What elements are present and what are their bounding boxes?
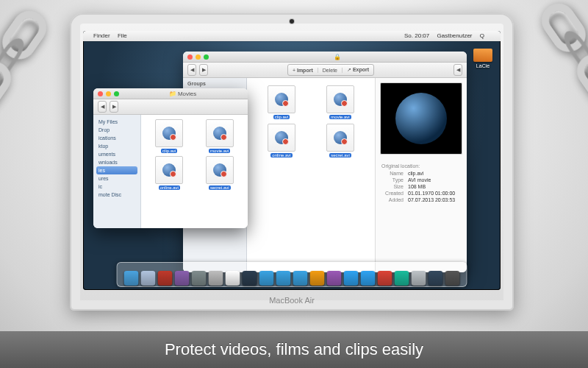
menubar-app[interactable]: Finder bbox=[93, 32, 110, 39]
desktop-drive[interactable]: LaCie bbox=[471, 49, 495, 68]
quicktime-icon bbox=[213, 127, 226, 140]
spotlight-icon[interactable]: Q bbox=[480, 32, 484, 39]
finder-titlebar[interactable]: 📁 Movies bbox=[93, 88, 248, 99]
dock-app-icon[interactable] bbox=[141, 271, 156, 286]
dock-app-icon[interactable] bbox=[293, 271, 308, 286]
drive-icon bbox=[473, 49, 492, 62]
vault-file[interactable]: movie.avi bbox=[313, 85, 368, 119]
sidebar-item[interactable]: uments bbox=[96, 150, 137, 158]
sidebar-item-movies[interactable]: ies bbox=[96, 166, 137, 174]
quicktime-icon bbox=[162, 163, 176, 177]
minimize-icon[interactable] bbox=[196, 54, 201, 60]
earth-icon bbox=[395, 93, 447, 144]
sidebar-item[interactable]: ic bbox=[96, 183, 137, 191]
finder-file[interactable]: online.avi bbox=[146, 156, 193, 190]
menubar: Finder File So. 20:07 Gastbenutzer Q bbox=[83, 31, 501, 41]
export-button[interactable]: ↗ Export bbox=[343, 67, 373, 73]
chain-decoration-left bbox=[0, 4, 53, 150]
sidebar-item[interactable]: wnloads bbox=[96, 158, 137, 166]
finder-file[interactable]: clip.avi bbox=[146, 119, 193, 153]
sidebar-item[interactable]: mote Disc bbox=[96, 191, 137, 199]
quicktime-icon bbox=[275, 131, 288, 144]
dock-app-icon[interactable] bbox=[378, 271, 392, 286]
chain-decoration-right bbox=[535, 0, 588, 143]
finder-file[interactable]: secret.avi bbox=[196, 156, 244, 190]
vault-lock-icon: 🔒 bbox=[212, 54, 462, 60]
forward-button[interactable]: ▶ bbox=[110, 101, 118, 113]
drive-label: LaCie bbox=[476, 63, 490, 68]
dock-app-icon[interactable] bbox=[429, 271, 443, 286]
sidebar-item[interactable]: ications bbox=[96, 134, 137, 142]
laptop-brand: MacBook Air bbox=[71, 296, 512, 305]
quicktime-icon bbox=[275, 93, 288, 106]
dock-app-icon[interactable] bbox=[158, 271, 173, 286]
finder-sidebar: My Files Drop ications ktop uments wnloa… bbox=[93, 115, 141, 228]
groups-header: Groups bbox=[183, 78, 246, 89]
info-header: Original location: bbox=[381, 163, 461, 169]
desktop-screen: Finder File So. 20:07 Gastbenutzer Q LaC… bbox=[83, 31, 501, 290]
quicktime-icon bbox=[334, 131, 347, 144]
sidebar-item[interactable]: Drop bbox=[96, 126, 137, 134]
info-toggle-button[interactable]: ◀ bbox=[453, 64, 462, 76]
dock-app-icon[interactable] bbox=[124, 271, 139, 286]
delete-button[interactable]: Delete bbox=[318, 68, 343, 73]
zoom-icon[interactable] bbox=[204, 54, 209, 60]
preview-thumbnail bbox=[380, 82, 462, 155]
sidebar-item[interactable]: ures bbox=[96, 174, 137, 183]
menubar-item-file[interactable]: File bbox=[118, 32, 127, 39]
dock-app-icon[interactable] bbox=[192, 271, 207, 286]
finder-file-grid: clip.avi movie.avi online.avi secret.avi bbox=[141, 115, 248, 228]
dock-app-icon[interactable] bbox=[175, 271, 190, 286]
finder-title: 📁 Movies bbox=[122, 91, 243, 97]
finder-window[interactable]: 📁 Movies ◀ ▶ My Files Drop ications ktop… bbox=[93, 88, 248, 228]
vault-toolbar: ◀ ▶ + Import Delete ↗ Export ◀ bbox=[183, 63, 467, 78]
dock[interactable] bbox=[117, 262, 467, 287]
vault-file-grid: clip.avi movie.avi online.avi secret.avi bbox=[247, 78, 376, 272]
sidebar-item[interactable]: My Files bbox=[96, 118, 137, 126]
vault-titlebar[interactable]: 🔒 bbox=[183, 52, 467, 63]
quicktime-icon bbox=[334, 93, 347, 106]
dock-app-icon[interactable] bbox=[226, 271, 240, 286]
dock-app-icon[interactable] bbox=[209, 271, 223, 286]
vault-file[interactable]: clip.avi bbox=[254, 85, 309, 119]
sidebar-item[interactable]: ktop bbox=[96, 142, 137, 150]
close-icon[interactable] bbox=[98, 91, 103, 96]
dock-app-icon[interactable] bbox=[327, 271, 342, 286]
close-icon[interactable] bbox=[187, 54, 193, 60]
info-metadata: Nameclip.avi TypeAVI movie Size108 MB Cr… bbox=[381, 170, 461, 203]
vault-info-panel: Original location: Nameclip.avi TypeAVI … bbox=[376, 78, 467, 272]
promo-caption: Protect videos, films and clips easily bbox=[0, 331, 588, 368]
dock-app-icon[interactable] bbox=[344, 271, 359, 286]
camera-dot bbox=[290, 19, 294, 24]
back-button[interactable]: ◀ bbox=[98, 101, 107, 113]
menubar-clock: So. 20:07 bbox=[404, 32, 429, 39]
zoom-icon[interactable] bbox=[114, 91, 119, 96]
menubar-user[interactable]: Gastbenutzer bbox=[437, 32, 473, 39]
finder-toolbar: ◀ ▶ bbox=[93, 99, 248, 115]
vault-file[interactable]: secret.avi bbox=[313, 124, 368, 158]
forward-button[interactable]: ▶ bbox=[199, 64, 208, 76]
dock-app-icon[interactable] bbox=[259, 271, 274, 286]
vault-action-segment: + Import Delete ↗ Export bbox=[287, 64, 374, 76]
dock-app-icon[interactable] bbox=[243, 271, 257, 286]
laptop-frame: MacBook Air Finder File So. 20:07 Gastbe… bbox=[70, 13, 514, 311]
quicktime-icon bbox=[213, 163, 226, 177]
dock-app-icon[interactable] bbox=[395, 271, 409, 286]
dock-app-icon[interactable] bbox=[276, 271, 291, 286]
back-button[interactable]: ◀ bbox=[187, 64, 196, 76]
dock-app-icon[interactable] bbox=[445, 271, 460, 286]
dock-app-icon[interactable] bbox=[361, 271, 376, 286]
vault-file[interactable]: online.avi bbox=[254, 124, 309, 158]
quicktime-icon bbox=[162, 127, 176, 140]
promo-stage: MacBook Air Finder File So. 20:07 Gastbe… bbox=[0, 0, 588, 368]
minimize-icon[interactable] bbox=[106, 91, 111, 96]
finder-file[interactable]: movie.avi bbox=[196, 119, 244, 153]
dock-app-icon[interactable] bbox=[310, 271, 325, 286]
import-button[interactable]: + Import bbox=[288, 68, 318, 73]
dock-app-icon[interactable] bbox=[412, 271, 426, 286]
